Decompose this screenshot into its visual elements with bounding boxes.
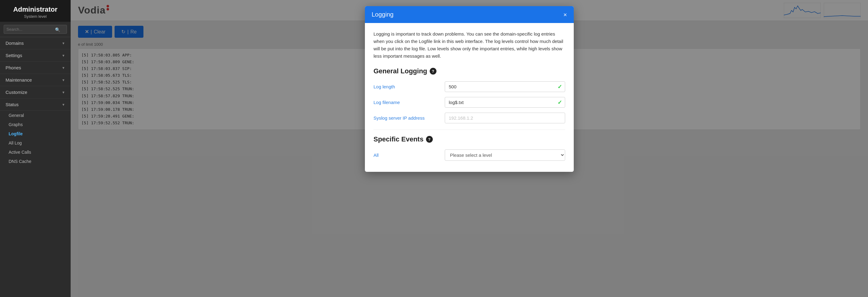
modal-overlay: Logging × Logging is important to track … (71, 0, 868, 297)
log-filename-label: Log filename (373, 100, 441, 105)
log-filename-row: Log filename ✓ (373, 97, 565, 108)
sidebar: Administrator System level 🔍 Domains ▼ S… (0, 0, 71, 297)
logging-modal: Logging × Logging is important to track … (365, 6, 574, 172)
search-icon: 🔍 (55, 27, 60, 32)
all-level-select[interactable]: Please select a level 1 - Critical 2 - E… (445, 150, 565, 161)
specific-events-section-title: Specific Events ? (373, 135, 565, 143)
sidebar-item-phones[interactable]: Phones ▼ (0, 62, 71, 74)
sidebar-item-domains[interactable]: Domains ▼ (0, 37, 71, 50)
log-length-input-wrap: ✓ (445, 81, 565, 92)
sidebar-sub-all-log[interactable]: All Log (0, 138, 71, 147)
sidebar-item-label: Settings (5, 53, 22, 58)
sidebar-item-label: Maintenance (5, 77, 32, 82)
sidebar-item-label: Customize (5, 90, 27, 95)
log-filename-input[interactable] (445, 97, 565, 108)
sidebar-sub-general[interactable]: General (0, 111, 71, 120)
all-row: All Please select a level 1 - Critical 2… (373, 150, 565, 161)
specific-events-label: Specific Events (373, 135, 424, 143)
sidebar-item-status[interactable]: Status ▼ (0, 98, 71, 111)
syslog-input[interactable] (445, 112, 565, 123)
all-select-wrap: Please select a level 1 - Critical 2 - E… (445, 150, 565, 161)
chevron-down-icon: ▼ (62, 41, 65, 45)
log-length-check-icon: ✓ (557, 84, 562, 90)
sidebar-sub-graphs[interactable]: Graphs (0, 120, 71, 129)
log-length-input[interactable] (445, 81, 565, 92)
chevron-down-icon: ▼ (62, 66, 65, 70)
modal-body: Logging is important to track down probl… (365, 23, 574, 172)
syslog-row: Syslog server IP address (373, 112, 565, 123)
sidebar-sub-logfile[interactable]: Logfile (0, 129, 71, 138)
sidebar-header: Administrator System level (0, 0, 71, 22)
modal-title: Logging (372, 11, 394, 18)
modal-close-button[interactable]: × (563, 12, 567, 18)
syslog-label: Syslog server IP address (373, 116, 441, 121)
chevron-down-icon: ▼ (62, 103, 65, 106)
general-logging-label: General Logging (373, 67, 427, 75)
chevron-down-icon: ▼ (62, 54, 65, 57)
log-length-row: Log length ✓ (373, 81, 565, 92)
modal-description: Logging is important to track down probl… (373, 30, 565, 60)
system-level-label: System level (5, 14, 66, 19)
all-label: All (373, 153, 441, 158)
sidebar-sub-dns-cache[interactable]: DNS Cache (0, 157, 71, 166)
general-logging-help-icon[interactable]: ? (430, 68, 436, 74)
modal-header: Logging × (365, 6, 574, 23)
sidebar-item-label: Domains (5, 40, 24, 46)
syslog-input-wrap (445, 112, 565, 123)
admin-label: Administrator (5, 5, 66, 13)
log-length-label: Log length (373, 84, 441, 89)
sidebar-search-area: 🔍 (0, 22, 71, 37)
sidebar-item-customize[interactable]: Customize ▼ (0, 86, 71, 98)
sidebar-item-label: Phones (5, 65, 21, 70)
sidebar-item-maintenance[interactable]: Maintenance ▼ (0, 74, 71, 86)
sidebar-nav: Domains ▼ Settings ▼ Phones ▼ Maintenanc… (0, 37, 71, 297)
sidebar-item-settings[interactable]: Settings ▼ (0, 50, 71, 62)
log-filename-input-wrap: ✓ (445, 97, 565, 108)
sidebar-sub-active-calls[interactable]: Active Calls (0, 147, 71, 157)
main-content: Vodia ✕ (71, 0, 868, 297)
sidebar-item-label: Status (5, 102, 19, 107)
general-logging-section-title: General Logging ? (373, 67, 565, 75)
log-filename-check-icon: ✓ (557, 99, 562, 106)
chevron-down-icon: ▼ (62, 78, 65, 82)
chevron-down-icon: ▼ (62, 91, 65, 94)
specific-events-help-icon[interactable]: ? (426, 136, 433, 143)
